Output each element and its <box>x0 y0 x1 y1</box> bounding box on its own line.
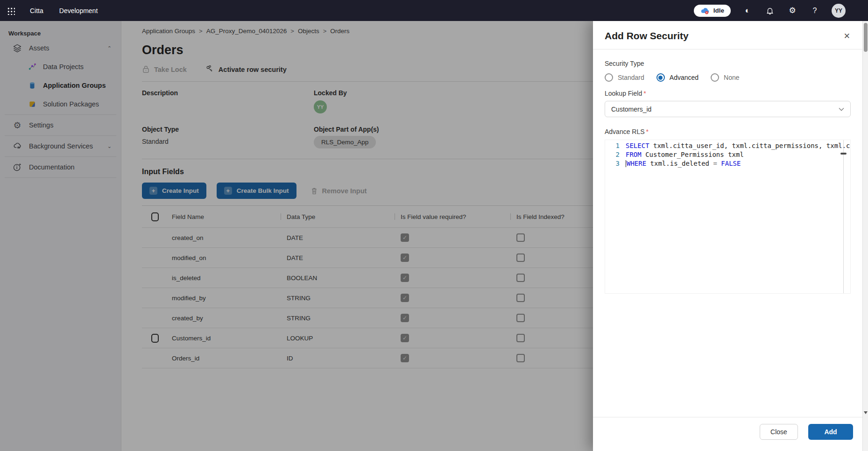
code-line: 2FROM Customer_Permissions txml <box>605 150 850 159</box>
theme-toggle-icon[interactable]: ◐ <box>742 5 753 16</box>
close-button[interactable]: Close <box>760 424 798 440</box>
radio-label: None <box>724 74 739 81</box>
drawer-title: Add Row Security <box>605 30 689 42</box>
page-scrollbar[interactable] <box>862 21 868 451</box>
lookup-field-select[interactable]: Customers_id <box>605 101 851 117</box>
chevron-down-icon <box>839 107 844 111</box>
code-line: 3WHERE txml.is_deleted = FALSE <box>605 159 850 168</box>
line-number: 1 <box>605 141 626 150</box>
token: txml.citta_user_id, txml.citta_permissio… <box>649 142 850 149</box>
sql-code-editor[interactable]: 1SELECT txml.citta_user_id, txml.citta_p… <box>605 140 851 294</box>
settings-gear-icon[interactable]: ⚙ <box>787 5 798 16</box>
required-asterisk: * <box>646 128 649 135</box>
editor-scrollbar-track <box>843 140 844 293</box>
advance-rls-label: Advance RLS* <box>605 128 851 135</box>
radio-icon <box>711 73 719 82</box>
token: WHERE <box>627 160 646 167</box>
drawer-header: Add Row Security ✕ <box>593 21 862 49</box>
status-pill[interactable]: Idle <box>694 5 731 17</box>
radio-option-none[interactable]: None <box>711 73 739 82</box>
token: FALSE <box>721 160 741 167</box>
text-cursor <box>626 160 626 167</box>
cloud-status-icon <box>700 7 710 14</box>
token: SELECT <box>626 142 649 149</box>
advance-rls-block: Advance RLS* 1SELECT txml.citta_user_id,… <box>605 128 851 294</box>
line-number: 2 <box>605 150 626 159</box>
token: txml.is_deleted <box>646 160 713 167</box>
lookup-field-block: Lookup Field* Customers_id <box>605 90 851 117</box>
status-label: Idle <box>713 7 724 14</box>
radio-label: Standard <box>618 74 644 81</box>
radio-option-advanced[interactable]: Advanced <box>656 73 699 82</box>
token: = <box>713 160 717 167</box>
code-line: 1SELECT txml.citta_user_id, txml.citta_p… <box>605 141 850 150</box>
code-text: SELECT txml.citta_user_id, txml.citta_pe… <box>626 141 850 150</box>
security-type-label: Security Type <box>605 60 851 67</box>
lookup-field-value: Customers_id <box>611 106 651 113</box>
topbar: Citta Development Idle ◐ ⚙ ? YY <box>0 0 868 21</box>
code-lines: 1SELECT txml.citta_user_id, txml.citta_p… <box>605 141 850 168</box>
code-text: FROM Customer_Permissions txml <box>626 150 744 159</box>
line-number: 3 <box>605 159 626 168</box>
nav-development[interactable]: Development <box>59 7 98 14</box>
radio-label: Advanced <box>670 74 699 81</box>
drawer-body: Security Type StandardAdvancedNone Looku… <box>593 49 862 417</box>
radio-icon <box>656 73 665 82</box>
topbar-right: Idle ◐ ⚙ ? YY <box>694 4 868 18</box>
scrollbar-thumb[interactable] <box>864 23 868 52</box>
brand-citta[interactable]: Citta <box>30 7 43 14</box>
scrollbar-down-arrow-icon[interactable] <box>864 411 868 414</box>
help-icon[interactable]: ? <box>809 5 820 16</box>
apps-grid-icon[interactable] <box>7 7 15 15</box>
radio-option-standard[interactable]: Standard <box>605 73 644 82</box>
add-row-security-drawer: Add Row Security ✕ Security Type Standar… <box>593 21 862 451</box>
lookup-field-label: Lookup Field* <box>605 90 851 97</box>
drawer-footer: Close Add <box>593 417 862 451</box>
security-type-options: StandardAdvancedNone <box>605 73 851 82</box>
editor-scrollbar-thumb[interactable] <box>840 153 847 155</box>
token: Customer_Permissions txml <box>642 151 744 158</box>
close-icon[interactable]: ✕ <box>844 31 850 41</box>
required-asterisk: * <box>643 90 646 97</box>
token: FROM <box>626 151 642 158</box>
code-text: WHERE txml.is_deleted = FALSE <box>626 159 741 168</box>
add-button[interactable]: Add <box>808 424 853 440</box>
notifications-bell-icon[interactable] <box>764 5 776 16</box>
radio-icon <box>605 73 613 82</box>
user-avatar[interactable]: YY <box>832 4 846 18</box>
